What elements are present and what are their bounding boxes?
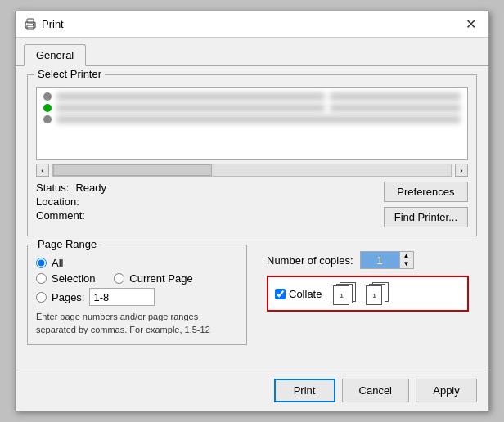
radio-all-label: All	[52, 257, 63, 269]
page-range-group: Page Range All Selection Current Page Pa…	[27, 245, 247, 345]
bottom-section: Page Range All Selection Current Page Pa…	[27, 245, 477, 353]
scroll-right-button[interactable]: ›	[455, 164, 468, 177]
collate-icon: 3 2 1 3 2 1	[333, 282, 389, 305]
collate-box: Collate 3 2 1 3 2 1	[267, 276, 469, 312]
printer-status-section: Status: Ready Location: Comment:	[36, 182, 106, 227]
print-icon	[24, 18, 37, 31]
collate-label: Collate	[289, 288, 322, 300]
printer-name-blur	[56, 92, 325, 101]
list-item	[40, 114, 464, 125]
radio-all[interactable]	[36, 258, 47, 268]
printer-status-dot	[43, 92, 52, 101]
print-button[interactable]: Print	[274, 379, 335, 402]
dialog-footer: Print Cancel Apply	[16, 370, 488, 411]
radio-current-page-label: Current Page	[129, 272, 192, 285]
printer-status-dot	[43, 115, 52, 123]
page-1: 1	[333, 285, 349, 305]
status-value: Ready	[75, 182, 106, 194]
radio-pages[interactable]	[36, 292, 47, 303]
find-printer-button[interactable]: Find Printer...	[384, 207, 468, 227]
tab-general[interactable]: General	[24, 44, 86, 66]
copies-decrement-button[interactable]: ▼	[400, 260, 413, 268]
printer-right-blur	[330, 104, 461, 112]
pages-label: Pages:	[52, 291, 84, 303]
page-1b: 1	[366, 285, 382, 305]
print-dialog: Print ✕ General Select Printer	[15, 11, 489, 411]
title-bar-title: Print	[24, 18, 64, 31]
cancel-button[interactable]: Cancel	[342, 379, 409, 402]
apply-button[interactable]: Apply	[416, 379, 477, 402]
copies-spinner-buttons: ▲ ▼	[399, 251, 414, 269]
svg-point-3	[33, 23, 34, 25]
tab-bar: General	[16, 38, 488, 66]
printer-buttons: Preferences Find Printer...	[384, 182, 468, 227]
radio-selection-row: Selection Current Page	[36, 272, 238, 285]
radio-all-row: All	[36, 257, 238, 269]
printer-group-label: Select Printer	[34, 68, 105, 80]
list-item	[40, 102, 464, 114]
printer-scrollbar: ‹ ›	[36, 164, 468, 177]
close-button[interactable]: ✕	[461, 15, 480, 34]
printer-name-blur	[56, 104, 325, 112]
pages-row: Pages:	[36, 288, 238, 306]
printer-name-blur	[56, 115, 461, 123]
scroll-track[interactable]	[52, 164, 452, 177]
printer-right-blur	[330, 92, 461, 101]
location-label: Location:	[36, 195, 79, 208]
copies-label: Number of copies:	[267, 254, 353, 267]
copies-input[interactable]	[360, 251, 399, 269]
scroll-left-button[interactable]: ‹	[36, 164, 49, 177]
preferences-button[interactable]: Preferences	[384, 182, 468, 202]
printer-list[interactable]	[36, 87, 468, 160]
pages-hint: Enter page numbers and/or page ranges se…	[36, 311, 238, 336]
collate-checkbox-row: Collate	[275, 288, 322, 300]
page-range-label: Page Range	[34, 238, 100, 250]
radio-current-page[interactable]	[114, 273, 124, 284]
scroll-thumb[interactable]	[53, 164, 212, 176]
title-bar: Print ✕	[16, 11, 488, 38]
copies-collate-section: Number of copies: ▲ ▼ Collate	[259, 245, 477, 353]
collate-stack-1: 3 2 1	[333, 282, 356, 305]
radio-selection-label: Selection	[52, 272, 95, 285]
pages-input[interactable]	[89, 288, 155, 306]
collate-checkbox[interactable]	[275, 289, 286, 299]
printer-group: Select Printer ‹	[27, 74, 477, 236]
list-item	[40, 91, 464, 102]
status-label: Status:	[36, 182, 69, 194]
dialog-title: Print	[42, 18, 64, 30]
radio-selection[interactable]	[36, 273, 47, 284]
printer-status-dot	[43, 104, 52, 112]
copies-increment-button[interactable]: ▲	[400, 252, 413, 260]
copies-row: Number of copies: ▲ ▼	[267, 251, 469, 269]
copies-spinner: ▲ ▼	[360, 251, 414, 269]
comment-label: Comment:	[36, 209, 85, 222]
dialog-content: Select Printer ‹	[16, 66, 488, 370]
collate-stack-2: 3 2 1	[366, 282, 389, 305]
